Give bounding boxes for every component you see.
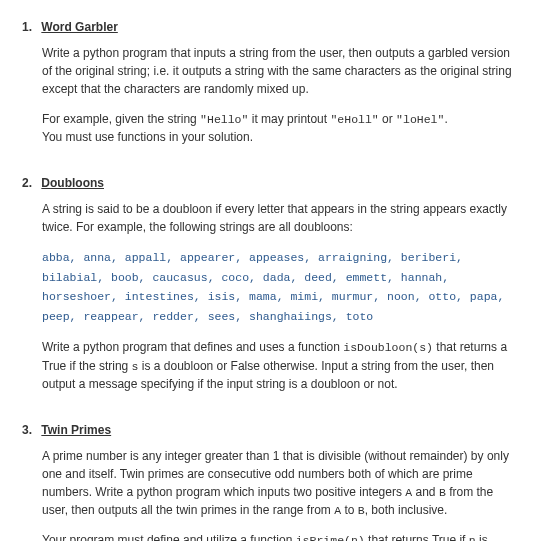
text: that returns True if [365, 533, 469, 541]
problem-title: Word Garbler [41, 20, 117, 34]
text: Your program must define and utilize a f… [42, 533, 296, 541]
problem-title: Doubloons [41, 176, 104, 190]
paragraph: Write a python program that inputs a str… [42, 44, 519, 98]
code-literal: s [132, 360, 139, 373]
text: and [412, 485, 439, 499]
text: to [341, 503, 358, 517]
problem-body: Write a python program that inputs a str… [22, 44, 519, 146]
problem-number: 2. [22, 174, 38, 192]
code-literal: n [469, 534, 476, 541]
paragraph: A prime number is any integer greater th… [42, 447, 519, 520]
problem-2: 2. Doubloons A string is said to be a do… [22, 174, 519, 393]
code-literal: "Hello" [200, 113, 248, 126]
code-literal: isDoubloon(s) [343, 341, 433, 354]
text: , both inclusive. [365, 503, 448, 517]
problem-heading: 3. Twin Primes [22, 421, 519, 439]
code-literal: "loHel" [396, 113, 444, 126]
problem-body: A string is said to be a doubloon if eve… [22, 200, 519, 393]
paragraph: You must use functions in your solution. [42, 128, 519, 146]
text: it may printout [248, 112, 330, 126]
problem-heading: 2. Doubloons [22, 174, 519, 192]
text: or [379, 112, 396, 126]
code-literal: B [439, 486, 446, 499]
code-literal: "eHoll" [330, 113, 378, 126]
problem-heading: 1. Word Garbler [22, 18, 519, 36]
code-literal: isPrime(n) [296, 534, 365, 541]
problem-3: 3. Twin Primes A prime number is any int… [22, 421, 519, 541]
problem-number: 1. [22, 18, 38, 36]
problem-number: 3. [22, 421, 38, 439]
problem-1: 1. Word Garbler Write a python program t… [22, 18, 519, 146]
text: For example, given the string [42, 112, 200, 126]
code-literal: B [358, 504, 365, 517]
paragraph: For example, given the string "Hello" it… [42, 110, 519, 128]
paragraph: Your program must define and utilize a f… [42, 531, 519, 541]
doubloon-examples: abba, anna, appall, appearer, appeases, … [42, 248, 519, 326]
problem-body: A prime number is any integer greater th… [22, 447, 519, 541]
paragraph: A string is said to be a doubloon if eve… [42, 200, 519, 236]
text: . [444, 112, 447, 126]
text: Write a python program that defines and … [42, 340, 343, 354]
problem-title: Twin Primes [41, 423, 111, 437]
paragraph: Write a python program that defines and … [42, 338, 519, 393]
